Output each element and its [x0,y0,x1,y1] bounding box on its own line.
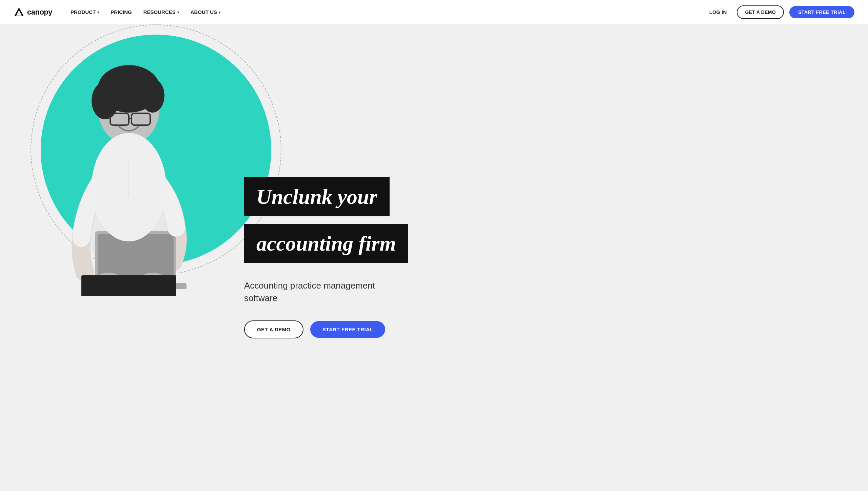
nav-link-resources[interactable]: RESOURCES ▾ [139,6,184,18]
person-svg [51,52,207,296]
navbar: canopy PRODUCT ▾ PRICING RESOURCES ▾ [0,0,868,24]
hero-content: Unclunk your accounting firm Accounting … [237,163,429,352]
navbar-left: canopy PRODUCT ▾ PRICING RESOURCES ▾ [14,6,225,18]
chevron-down-icon: ▾ [219,11,220,14]
svg-point-6 [141,79,164,113]
hero-section: Unclunk your accounting firm Accounting … [0,24,868,491]
chevron-down-icon: ▾ [97,11,99,14]
headline-block-1: Unclunk your [244,177,390,216]
hero-cta-row: GET A DEMO START FREE TRIAL [244,320,408,338]
nav-link-about[interactable]: ABOUT US ▾ [186,6,225,18]
logo[interactable]: canopy [14,7,52,18]
logo-icon [14,7,24,18]
nav-item-resources[interactable]: RESOURCES ▾ [139,6,184,18]
nav-item-about[interactable]: ABOUT US ▾ [186,6,225,18]
nav-link-pricing[interactable]: PRICING [106,6,137,18]
nav-links: PRODUCT ▾ PRICING RESOURCES ▾ ABOUT US ▾ [66,6,225,18]
get-demo-button-hero[interactable]: GET A DEMO [244,320,303,338]
start-trial-button-nav[interactable]: START FREE TRIAL [789,6,854,18]
hero-subtext: Accounting practice management software [244,279,400,304]
nav-item-product[interactable]: PRODUCT ▾ [66,6,104,18]
headline-line2: accounting firm [256,232,396,255]
headline-block-2: accounting firm [244,224,408,263]
get-demo-button-nav[interactable]: GET A DEMO [737,5,784,19]
login-button[interactable]: LOG IN [705,6,732,18]
navbar-right: LOG IN GET A DEMO START FREE TRIAL [705,5,854,19]
hero-person-image [34,38,224,296]
start-trial-button-hero[interactable]: START FREE TRIAL [310,321,385,338]
nav-link-product[interactable]: PRODUCT ▾ [66,6,104,18]
headline-line1: Unclunk your [256,185,377,208]
logo-text: canopy [27,8,52,17]
nav-item-pricing[interactable]: PRICING [106,6,137,18]
svg-rect-21 [81,275,176,296]
chevron-down-icon: ▾ [177,11,179,14]
